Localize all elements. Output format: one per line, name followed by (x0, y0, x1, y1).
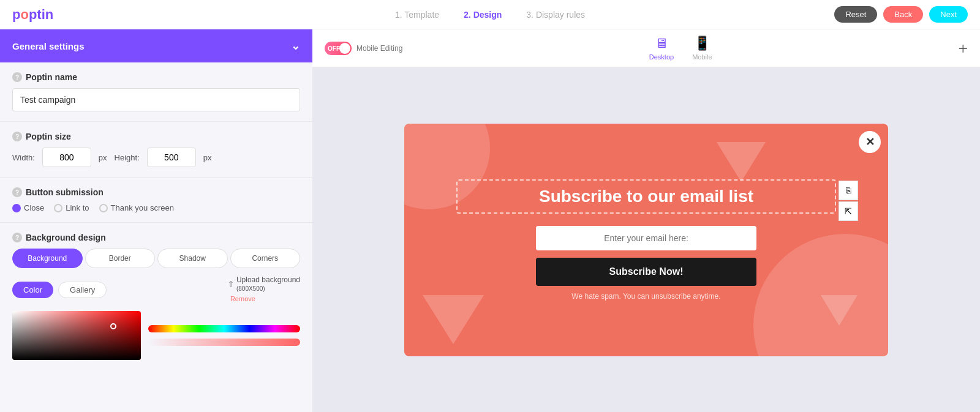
tab-shadow[interactable]: Shadow (157, 249, 228, 268)
email-input[interactable] (536, 226, 756, 250)
radio-close[interactable]: Close (12, 203, 44, 212)
cg-toggle: Color Gallery (12, 282, 107, 298)
logo: poptin (12, 7, 53, 23)
radio-dot-close (12, 204, 21, 212)
tab-corners[interactable]: Corners (230, 249, 301, 268)
back-button[interactable]: Back (883, 6, 923, 23)
hue-slider[interactable] (148, 325, 300, 332)
height-input[interactable] (147, 148, 196, 167)
mobile-editing-text: Mobile Editing (356, 44, 402, 53)
gradient-thumb[interactable] (110, 323, 116, 329)
toggle-off-label: OFF (328, 45, 340, 51)
color-gallery-row: Color Gallery ⇧ Upload background(800X50… (12, 275, 300, 304)
panel-header: General settings ⌄ (0, 29, 312, 62)
mobile-device-btn[interactable]: 📱 Mobile (692, 36, 712, 61)
color-sliders (148, 311, 300, 360)
help-icon: ? (12, 72, 22, 82)
main-layout: General settings ⌄ ? Poptin name ? Popti… (0, 29, 980, 412)
width-label: Width: (12, 153, 35, 162)
steps: 1. Template 2. Design 3. Display rules (395, 10, 585, 20)
step-2: 2. Design (464, 10, 502, 20)
mobile-toggle[interactable]: OFF (325, 42, 352, 55)
poptin-size-section: ? Poptin size Width: px Height: px (0, 122, 312, 177)
desktop-icon: 🖥 (655, 36, 668, 51)
popup-title-container: Subscribe to our email list ⎘ ⇱ (456, 179, 836, 214)
popup-footer-text: We hate spam. You can unsubscribe anytim… (571, 292, 720, 301)
mobile-editing-group: OFF Mobile Editing (325, 42, 402, 55)
copy-icon[interactable]: ⎘ (839, 181, 858, 200)
popup-close-button[interactable]: ✕ (859, 131, 881, 153)
background-tab-row: Background Border Shadow Corners (12, 249, 300, 268)
mobile-icon: 📱 (694, 36, 710, 51)
background-design-label: ? Background design (12, 233, 300, 242)
resize-icon[interactable]: ⇱ (839, 201, 858, 221)
nav-buttons: Reset Back Next (834, 6, 968, 23)
top-nav: poptin 1. Template 2. Design 3. Display … (0, 0, 980, 29)
poptin-size-label: ? Poptin size (12, 132, 300, 141)
tab-background[interactable]: Background (12, 249, 83, 268)
gallery-btn[interactable]: Gallery (58, 282, 107, 298)
help-icon-bg: ? (12, 233, 22, 242)
remove-link[interactable]: Remove (230, 295, 255, 302)
upload-group: ⇧ Upload background(800X500) Remove (228, 275, 300, 304)
button-submission-label: ? Button submission (12, 187, 300, 197)
radio-dot-linkto (54, 204, 62, 212)
device-group: 🖥 Desktop 📱 Mobile (649, 36, 712, 61)
color-gradient[interactable] (12, 311, 141, 360)
color-picker-area (12, 311, 300, 360)
help-icon-size: ? (12, 132, 22, 141)
radio-row: Close Link to Thank you screen (12, 203, 300, 212)
preview-area: ✕ Subscribe to our email list ⎘ ⇱ Subscr… (312, 67, 980, 412)
reset-button[interactable]: Reset (834, 6, 877, 23)
poptin-name-label: ? Poptin name (12, 72, 300, 82)
panel-title: General settings (12, 41, 85, 51)
subscribe-button[interactable]: Subscribe Now! (536, 258, 756, 286)
help-icon-btn: ? (12, 187, 22, 197)
width-input[interactable] (42, 148, 91, 167)
poptin-name-input[interactable] (12, 88, 300, 111)
height-label: Height: (115, 153, 140, 162)
expand-button[interactable]: ⨯ (955, 40, 971, 56)
poptin-name-section: ? Poptin name (0, 62, 312, 121)
alpha-slider[interactable] (148, 339, 300, 346)
button-submission-section: ? Button submission Close Link to Thank … (0, 178, 312, 222)
height-unit: px (203, 153, 212, 162)
background-design-section: ? Background design Background Border Sh… (0, 223, 312, 370)
popup-content: Subscribe to our email list ⎘ ⇱ Subscrib… (404, 167, 888, 313)
next-button[interactable]: Next (929, 6, 968, 23)
title-tools: ⎘ ⇱ (839, 181, 858, 221)
right-panel: OFF Mobile Editing 🖥 Desktop 📱 Mobile ⨯ (312, 29, 980, 412)
toggle-knob (339, 43, 350, 54)
left-panel: General settings ⌄ ? Poptin name ? Popti… (0, 29, 312, 412)
chevron-down-icon[interactable]: ⌄ (291, 39, 300, 53)
tab-border[interactable]: Border (85, 249, 156, 268)
width-unit: px (99, 153, 107, 162)
size-row: Width: px Height: px (12, 148, 300, 167)
preview-toolbar: OFF Mobile Editing 🖥 Desktop 📱 Mobile ⨯ (312, 29, 980, 67)
radio-linkto[interactable]: Link to (54, 203, 89, 212)
radio-dot-thankyou (99, 204, 108, 212)
popup-container: ✕ Subscribe to our email list ⎘ ⇱ Subscr… (404, 124, 888, 356)
step-3: 3. Display rules (526, 10, 585, 20)
popup-title[interactable]: Subscribe to our email list (476, 187, 816, 206)
desktop-device-btn[interactable]: 🖥 Desktop (649, 36, 674, 61)
step-1: 1. Template (395, 10, 439, 20)
color-btn[interactable]: Color (12, 282, 53, 298)
radio-thankyou[interactable]: Thank you screen (99, 203, 174, 212)
upload-label[interactable]: ⇧ Upload background(800X500) (228, 275, 300, 293)
